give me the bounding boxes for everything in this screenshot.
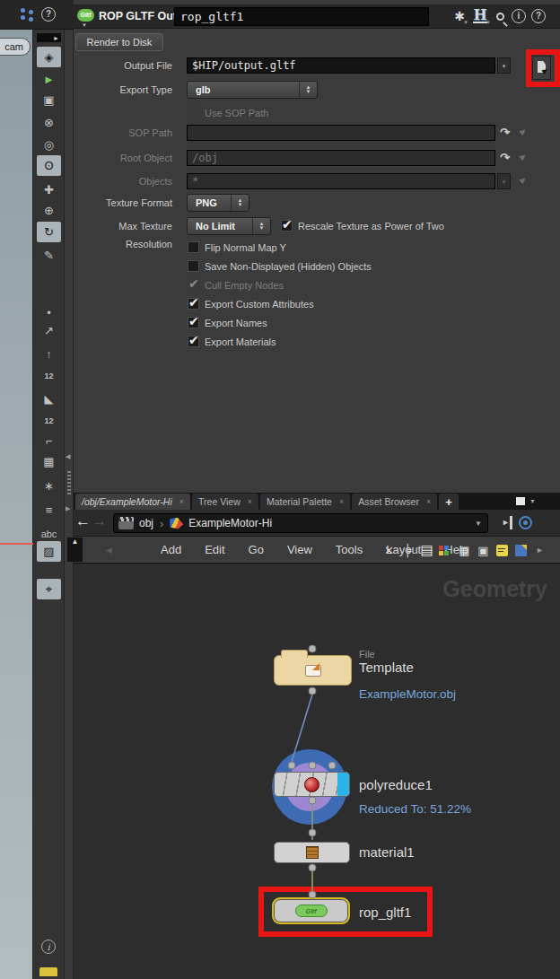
objects-menu-button[interactable]: ▼ bbox=[497, 173, 511, 189]
chevron-down-icon[interactable]: ▼ bbox=[529, 498, 536, 504]
save-hidden-checkbox[interactable] bbox=[188, 260, 199, 272]
chevron-down-icon[interactable]: ▼ bbox=[475, 520, 482, 528]
root-object-input[interactable]: /obj bbox=[187, 150, 495, 166]
tab-close-icon[interactable]: × bbox=[248, 497, 252, 506]
scroll-right-icon[interactable]: ► bbox=[530, 541, 549, 559]
visibility-edit-icon[interactable]: ✎ bbox=[37, 245, 61, 266]
pane-divider[interactable]: ◀ ▶ bbox=[65, 30, 74, 979]
shelf-icon[interactable]: ≡ bbox=[37, 500, 61, 520]
export-materials-checkbox[interactable] bbox=[188, 336, 199, 347]
tab-close-icon[interactable]: × bbox=[179, 497, 184, 506]
sop-path-input[interactable] bbox=[187, 125, 495, 141]
prim-numbers-icon[interactable]: 12 bbox=[37, 410, 61, 431]
file-chooser-button[interactable]: ► bbox=[532, 56, 551, 80]
view-layers-icon[interactable]: ◈ bbox=[37, 47, 61, 67]
path-context-label[interactable]: obj bbox=[139, 517, 153, 529]
gear-icon[interactable]: ✱▼ bbox=[451, 8, 468, 24]
pane-tab[interactable]: Tree View× bbox=[192, 494, 258, 510]
scroll-up-icon[interactable]: ▲ bbox=[67, 538, 83, 562]
back-arrow-icon[interactable]: ← bbox=[75, 512, 91, 530]
jump-to-operator-icon[interactable]: ↷ bbox=[500, 149, 510, 167]
image-view-icon[interactable] bbox=[512, 541, 530, 559]
pin-pane-icon[interactable]: ► bbox=[498, 516, 512, 529]
collapse-left-icon[interactable]: ◀ bbox=[66, 453, 70, 460]
divider-drag-handle[interactable] bbox=[67, 471, 71, 494]
info-icon[interactable]: i bbox=[41, 940, 56, 954]
flip-normal-map-checkbox[interactable] bbox=[188, 241, 199, 253]
output-file-menu-button[interactable]: ▼ bbox=[497, 57, 511, 74]
menu-add[interactable]: Add bbox=[149, 537, 193, 564]
pane-maximize-icon[interactable] bbox=[516, 497, 525, 505]
node-picker-icon[interactable]: ► bbox=[515, 124, 529, 138]
layout-windows-icon[interactable]: ▣ bbox=[474, 541, 493, 559]
help-icon[interactable]: ? bbox=[531, 9, 546, 23]
camera-selector[interactable]: cam▼ bbox=[0, 38, 31, 56]
network-overview-icon[interactable] bbox=[20, 8, 34, 22]
network-tree-icon[interactable]: ╞ bbox=[398, 541, 417, 559]
menu-go[interactable]: Go bbox=[237, 537, 276, 564]
tab-close-icon[interactable]: × bbox=[426, 497, 431, 506]
point-numbers-icon[interactable]: 12 bbox=[37, 365, 61, 386]
color-palette-icon[interactable] bbox=[436, 541, 455, 559]
spinner-arrows-icon[interactable]: ▲▼ bbox=[231, 195, 249, 211]
background-image-icon[interactable]: ▨ bbox=[37, 541, 61, 562]
rop-node-name-label[interactable]: rop_gltf1 bbox=[359, 905, 411, 920]
material-node-name-label[interactable]: material1 bbox=[359, 844, 415, 860]
orbit-view-icon[interactable]: ↻ bbox=[37, 222, 61, 242]
node-picker-icon[interactable]: ► bbox=[515, 172, 529, 187]
prim-normals-icon[interactable]: ◣ bbox=[37, 389, 61, 409]
texture-format-dropdown[interactable]: PNG▲▼ bbox=[187, 194, 249, 212]
scene-viewport-edge[interactable]: cam▼ bbox=[0, 30, 33, 979]
render-to-disk-button[interactable]: Render to Disk bbox=[75, 33, 163, 51]
secure-selection-icon[interactable]: ► bbox=[37, 69, 61, 90]
pivot-icon[interactable]: ∗ bbox=[37, 476, 61, 496]
node-picker-icon[interactable]: ► bbox=[515, 149, 529, 163]
sticky-note-icon[interactable] bbox=[493, 541, 512, 559]
lock-icon[interactable]: ▣ bbox=[37, 90, 61, 110]
objects-input[interactable]: * bbox=[187, 173, 495, 189]
point-normals-icon[interactable]: ↗ bbox=[37, 320, 61, 341]
menu-view[interactable]: View bbox=[276, 537, 324, 564]
headlight-off-icon[interactable]: ⊗ bbox=[37, 112, 61, 133]
pane-tab[interactable]: Asset Browser× bbox=[352, 494, 437, 510]
add-point-light-icon[interactable]: ⊕ bbox=[37, 200, 61, 221]
output-file-input[interactable]: $HIP/output.gltf bbox=[187, 57, 495, 74]
gltf-node-icon[interactable]: Gltf bbox=[77, 9, 94, 22]
view-camera-icon[interactable]: ◎ bbox=[37, 135, 61, 155]
point-marker-icon[interactable]: ↑ bbox=[37, 344, 61, 364]
profile-curves-icon[interactable]: ⌐ bbox=[37, 431, 61, 451]
new-tab-button[interactable]: + bbox=[439, 494, 459, 510]
forward-arrow-icon[interactable]: → bbox=[92, 512, 107, 530]
show-handles-icon[interactable]: ▦ bbox=[37, 451, 61, 472]
pane-tab[interactable]: Material Palette× bbox=[260, 494, 350, 510]
location-pin-icon[interactable]: ⌖ bbox=[37, 579, 61, 599]
max-texture-resolution-dropdown[interactable]: No Limit▲▼ bbox=[187, 217, 271, 235]
tab-close-icon[interactable]: × bbox=[339, 497, 344, 506]
add-spot-light-icon[interactable]: ✚ bbox=[37, 179, 61, 200]
pane-tab[interactable]: /obj/ExampleMotor-Hi× bbox=[75, 494, 190, 510]
search-icon[interactable] bbox=[492, 8, 508, 24]
partial-tool-icon[interactable] bbox=[39, 967, 57, 976]
export-names-checkbox[interactable] bbox=[188, 317, 199, 328]
menu-tools[interactable]: Tools bbox=[324, 537, 374, 564]
node-name-input[interactable]: rop_gltf1 bbox=[174, 7, 429, 26]
light-bulb-icon[interactable]: ʘ bbox=[37, 155, 61, 176]
export-type-dropdown[interactable]: glb▲▼ bbox=[187, 81, 318, 99]
menu-edit[interactable]: Edit bbox=[193, 537, 236, 564]
rescale-texture-checkbox[interactable] bbox=[281, 220, 293, 232]
collapse-right-icon[interactable]: ▶ bbox=[66, 505, 70, 512]
spinner-arrows-icon[interactable]: ▲▼ bbox=[299, 82, 317, 98]
crossed-tools-icon[interactable]: ✕ bbox=[380, 541, 398, 559]
jump-to-operator-icon[interactable]: ↷ bbox=[500, 124, 510, 142]
info-icon[interactable]: i bbox=[512, 9, 526, 23]
file-node-name-label[interactable]: Template bbox=[359, 660, 414, 675]
expand-strip-icon[interactable]: ► bbox=[37, 33, 61, 42]
icon-grid-icon[interactable]: ▦ bbox=[455, 541, 474, 559]
follow-selection-icon[interactable] bbox=[519, 516, 532, 529]
export-custom-attrs-checkbox[interactable] bbox=[188, 298, 199, 310]
path-node-label[interactable]: ExampleMotor-Hi bbox=[188, 517, 272, 529]
spinner-arrows-icon[interactable]: ▲▼ bbox=[252, 218, 270, 234]
path-field[interactable]: obj › ExampleMotor-Hi ▼ bbox=[113, 513, 488, 533]
houdini-expression-icon[interactable]: H▼ bbox=[472, 8, 488, 24]
network-editor[interactable]: Geometry File Template ExampleMotor.obj … bbox=[74, 564, 560, 979]
